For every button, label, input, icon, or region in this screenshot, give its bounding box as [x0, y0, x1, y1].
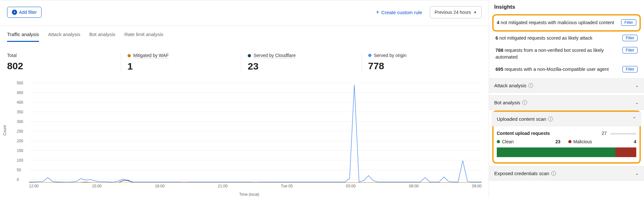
insights-title: Insights	[494, 4, 639, 10]
create-custom-rule-link[interactable]: + Create custom rule	[376, 9, 422, 15]
plus-icon: +	[12, 10, 17, 15]
insight-filter-button[interactable]: Filter	[621, 19, 636, 26]
time-range-value: Previous 24 hours	[435, 10, 471, 15]
y-tick: 450	[17, 90, 23, 95]
insight-text: 695 requests with a non-Mozilla-compatib…	[495, 66, 609, 73]
insight-text: 4 not mitigated requests with malicious …	[497, 19, 614, 26]
tab-bot-analysis[interactable]: Bot analysis	[89, 32, 115, 42]
legend-clean-value: 23	[555, 139, 561, 144]
uploaded-content-highlight: Uploaded content scan i ⌃ Content upload…	[492, 110, 641, 164]
y-tick: 0	[17, 177, 19, 182]
info-icon: i	[551, 171, 556, 176]
insight-filter-button[interactable]: Filter	[622, 35, 638, 41]
x-tick: 18:00	[155, 184, 165, 188]
insight-filter-button[interactable]: Filter	[622, 66, 638, 72]
add-filter-button[interactable]: + Add filter	[7, 7, 42, 18]
insight-row: 6 not mitigated requests scored as likel…	[494, 32, 639, 44]
traffic-chart: Count 05010015020025030035040045050012:0…	[0, 75, 489, 198]
y-tick: 50	[17, 168, 21, 172]
chevron-down-icon: ⌄	[635, 171, 639, 176]
chevron-down-icon: ⌄	[635, 100, 639, 105]
upload-split-bar	[497, 147, 636, 157]
content-upload-total: 27	[602, 131, 607, 136]
insights-panel: Insights 4 not mitigated requests with m…	[489, 0, 644, 198]
y-tick: 200	[17, 139, 23, 143]
x-tick: 09:00	[472, 184, 482, 188]
stat-value: 23	[248, 61, 361, 72]
info-icon: i	[548, 117, 553, 121]
chevron-down-icon: ⌄	[635, 83, 639, 88]
y-tick: 300	[17, 119, 23, 124]
legend-malicious-label: Malicious	[573, 139, 592, 144]
stat-label: Served by Cloudflare	[254, 53, 296, 58]
split-malicious-segment	[615, 147, 636, 157]
mini-bar	[610, 133, 636, 135]
split-clean-segment	[497, 147, 615, 157]
insight-row: 695 requests with a non-Mozilla-compatib…	[494, 63, 639, 76]
y-tick: 400	[17, 100, 23, 105]
plus-icon: +	[376, 9, 380, 15]
swatch-icon	[248, 54, 251, 57]
swatch-icon	[497, 140, 500, 143]
stat-total: Total 802	[7, 53, 121, 72]
info-icon: i	[528, 83, 533, 88]
x-axis-label: Time (local)	[17, 192, 482, 197]
stat-label: Total	[7, 53, 17, 58]
swatch-icon	[568, 140, 572, 143]
stat-label: Served by origin	[374, 53, 407, 58]
stat-mitigated-by-waf: Mitigated by WAF 1	[121, 53, 241, 72]
content-upload-title: Content upload requests	[497, 131, 550, 136]
swatch-icon	[128, 54, 131, 57]
insight-row: 788 requests from a non-verified bot sco…	[494, 44, 639, 64]
swatch-icon	[368, 54, 371, 57]
y-axis-label: Count	[3, 125, 7, 136]
stat-label: Mitigated by WAF	[133, 53, 169, 58]
x-tick: 03:00	[346, 184, 356, 188]
legend-clean-label: Clean	[502, 139, 514, 144]
stat-value: 802	[7, 61, 121, 71]
stat-value: 1	[128, 61, 241, 72]
chevron-down-icon: ▼	[474, 11, 477, 14]
chevron-up-icon: ⌃	[632, 116, 636, 121]
x-tick: 21:00	[218, 184, 227, 188]
insight-filter-button[interactable]: Filter	[622, 47, 638, 53]
accordion-label: Exposed credentials scan	[494, 171, 549, 176]
x-tick: 12:00	[29, 184, 39, 188]
toolbar: + Add filter + Create custom rule Previo…	[0, 0, 489, 26]
y-tick: 350	[17, 110, 23, 114]
x-tick: Tue 05	[281, 184, 293, 188]
accordion-label: Uploaded content scan	[497, 116, 546, 122]
create-rule-label: Create custom rule	[381, 10, 422, 15]
stat-served-by-origin: Served by origin 778	[361, 53, 482, 72]
summary-stats: Total 802 Mitigated by WAF 1 Served by C…	[0, 42, 489, 75]
y-tick: 100	[17, 158, 23, 163]
add-filter-label: Add filter	[19, 10, 37, 15]
series-line	[29, 85, 482, 182]
y-tick: 250	[17, 129, 23, 134]
accordion-label: Attack analysis	[494, 83, 526, 88]
accordion-label: Bot analysis	[494, 100, 520, 105]
tab-traffic-analysis[interactable]: Traffic analysis	[7, 32, 39, 42]
stat-served-by-cloudflare: Served by Cloudflare 23	[241, 53, 361, 72]
accordion-bot-analysis[interactable]: Bot analysis i ⌄	[489, 95, 644, 110]
accordion-attack-analysis[interactable]: Attack analysis i ⌄	[489, 78, 644, 93]
analysis-tabs: Traffic analysis Attack analysis Bot ana…	[0, 26, 489, 42]
time-range-select[interactable]: Previous 24 hours ▼	[430, 6, 482, 18]
y-tick: 150	[17, 148, 23, 153]
insight-highlight: 4 not mitigated requests with malicious …	[492, 14, 641, 32]
content-upload-requests-row: Content upload requests 27	[497, 126, 636, 139]
stat-value: 778	[368, 61, 482, 71]
x-tick: 15:00	[92, 184, 101, 188]
upload-legend: Clean 23 Malicious 4	[497, 139, 636, 147]
legend-malicious-value: 4	[634, 139, 636, 144]
info-icon: i	[522, 100, 527, 105]
y-tick: 500	[17, 81, 23, 85]
x-ticks: 12:0015:0018:0021:00Tue 0503:0006:0009:0…	[29, 184, 482, 188]
insight-row: 4 not mitigated requests with malicious …	[495, 17, 638, 29]
tab-attack-analysis[interactable]: Attack analysis	[48, 32, 80, 42]
insight-text: 6 not mitigated requests scored as likel…	[495, 35, 592, 42]
insight-text: 788 requests from a non-verified bot sco…	[495, 47, 619, 61]
accordion-exposed-credentials-scan[interactable]: Exposed credentials scan i ⌄	[489, 166, 644, 181]
tab-rate-limit-analysis[interactable]: Rate limit analysis	[124, 32, 163, 42]
accordion-uploaded-content-scan[interactable]: Uploaded content scan i ⌃	[492, 112, 641, 126]
